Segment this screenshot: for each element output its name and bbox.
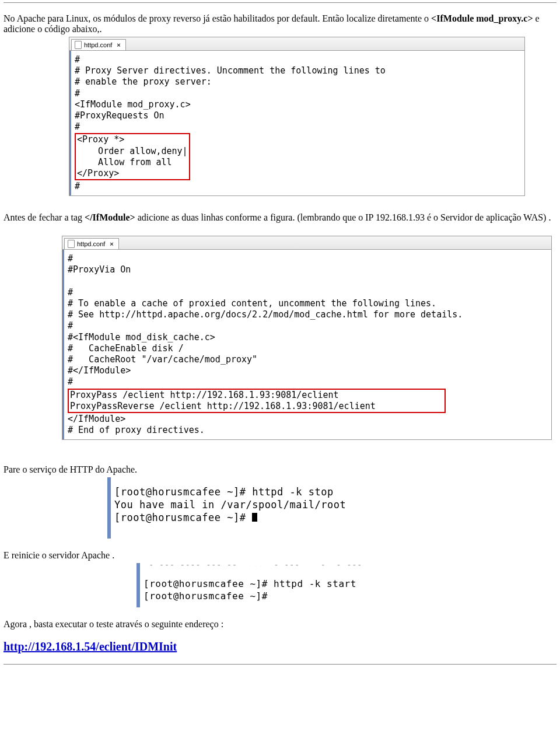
p1-bold: <IfModule mod_proxy.c> [431, 13, 533, 23]
p2-post: adicione as duas linhas conforme a figur… [138, 212, 551, 222]
editor2-pre: # #ProxyVia On # # To enable a cache of … [68, 253, 463, 387]
p2-pre: Antes de fechar a tag [4, 212, 85, 222]
paragraph-stop: Pare o serviço de HTTP do Apache. [4, 464, 556, 475]
editor2-post: </IfModule> # End of proxy directives. [68, 414, 205, 435]
editor-tabstrip: httpd.conf × [69, 37, 524, 51]
editor-body-1: # # Proxy Server directives. Uncomment t… [69, 51, 524, 195]
editor-tab-httpd-1[interactable]: httpd.conf × [71, 39, 126, 50]
editor-tab-httpd-2[interactable]: httpd.conf × [64, 238, 119, 249]
p1-pre: No Apache para Linux, os módulos de prox… [4, 13, 431, 23]
terminal-start: - --- ---- --- -- ,..., -,---, ..-,,-,--… [136, 563, 447, 607]
cursor-icon [252, 513, 257, 522]
editor-window-httpd-1: httpd.conf × # # Proxy Server directives… [69, 37, 525, 196]
editor-tab-label-2: httpd.conf [77, 240, 105, 247]
paragraph-ifmodule: Antes de fechar a tag </IfModule> adicio… [4, 212, 556, 223]
file-icon [68, 240, 75, 248]
editor1-pre: # # Proxy Server directives. Uncomment t… [75, 54, 386, 132]
p2-bold: </IfModule> [85, 212, 135, 222]
editor-body-2: # #ProxyVia On # # To enable a cache of … [62, 250, 551, 439]
editor-tabstrip-2: httpd.conf × [62, 236, 551, 250]
final-test-link[interactable]: http://192.168.1.54/eclient/IDMInit [4, 640, 177, 653]
editor-window-httpd-2: httpd.conf × # #ProxyVia On # # To enabl… [62, 236, 552, 440]
highlight-proxypass-block: ProxyPass /eclient http://192.168.1.93:9… [68, 389, 446, 413]
terminal2-faded: - --- ---- --- -- ,..., -,---, ..-,,-,--… [144, 560, 447, 567]
highlight-proxy-block: <Proxy *> Order allow,deny| Allow from a… [75, 133, 190, 180]
file-icon [75, 41, 82, 49]
editor-tab-label: httpd.conf [84, 41, 112, 48]
terminal-stop: [root@horusmcafee ~]# httpd -k stop You … [107, 477, 464, 538]
terminal1-body: [root@horusmcafee ~]# httpd -k stop You … [114, 486, 346, 523]
bottom-rule [4, 664, 556, 665]
close-icon[interactable]: × [117, 41, 120, 48]
paragraph-test: Agora , basta executar o teste através o… [4, 619, 556, 630]
terminal2-body: [root@horusmcafee ~]# httpd -k start [ro… [144, 578, 356, 602]
paragraph-intro: No Apache para Linux, os módulos de prox… [4, 13, 556, 34]
top-rule [4, 2, 556, 3]
close-icon[interactable]: × [110, 240, 113, 247]
editor1-post: # [75, 181, 80, 191]
